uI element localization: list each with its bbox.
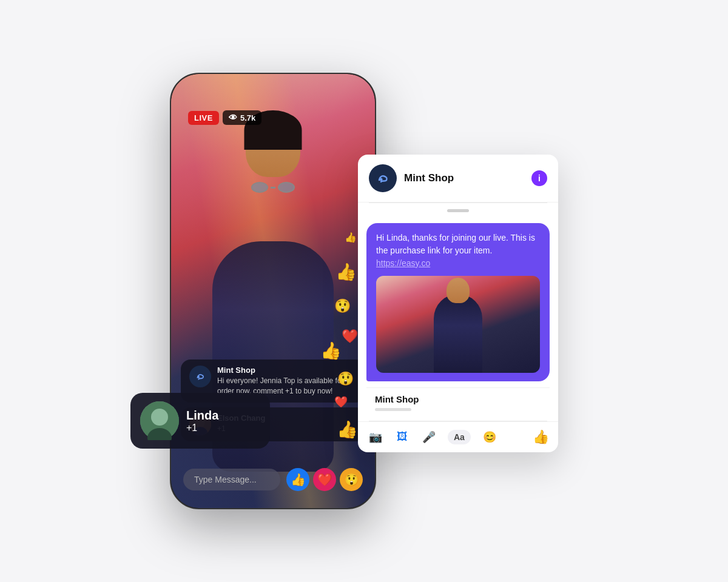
scroll-handle (447, 209, 469, 212)
messenger-panel: Mint Shop i Hi Linda, thanks for joining… (358, 155, 558, 452)
live-label: LIVE (188, 111, 219, 125)
product-label-area: Mint Shop (366, 387, 550, 413)
camera-icon[interactable]: 📷 (368, 429, 383, 445)
linda-name: Linda (186, 409, 218, 423)
message-body: Hi Linda, thanks for joining our live. T… (376, 233, 535, 255)
right-lens (278, 182, 295, 193)
emoji-icon[interactable]: 😊 (482, 429, 497, 445)
message-link[interactable]: https://easy.co (376, 258, 430, 268)
float-like-1: 👍 (335, 262, 357, 282)
bridge (271, 187, 275, 189)
product-label-name: Mint Shop (375, 394, 541, 404)
product-card-image (376, 276, 540, 373)
mint-shop-chat-text: Mint Shop Hi everyone! Jennia Top is ava… (217, 366, 357, 396)
float-like-4: 👍 (345, 232, 357, 243)
eye-icon: 👁 (229, 113, 237, 122)
messenger-header: Mint Shop i (358, 155, 558, 202)
mint-shop-avatar (189, 366, 211, 387)
thumbs-up-icon[interactable]: 👍 (533, 429, 548, 445)
float-like-3: 👍 (337, 420, 358, 440)
left-lens (251, 182, 268, 193)
svg-point-9 (380, 178, 383, 181)
float-like-2: 👍 (320, 341, 342, 361)
phone-heart-btn[interactable]: ❤️ (313, 468, 336, 491)
phone-type-message[interactable]: Type Message... (183, 469, 280, 490)
messenger-title: Mint Shop (404, 172, 524, 184)
messenger-toolbar: 📷 🖼 🎤 Aa 😊 👍 (358, 421, 558, 452)
linda-card: Linda +1 (130, 393, 270, 449)
product-label-bar (375, 408, 411, 411)
svg-point-0 (195, 371, 206, 382)
viewers-count: 5.7k (240, 113, 255, 122)
messenger-divider-top (369, 202, 547, 203)
phone-input-bar: Type Message... 👍 ❤️ 😲 (183, 468, 363, 491)
mic-icon[interactable]: 🎤 (421, 429, 437, 445)
linda-reaction: +1 (186, 423, 218, 433)
svg-point-8 (375, 170, 391, 186)
linda-avatar (140, 401, 179, 440)
text-input-btn[interactable]: Aa (448, 430, 471, 444)
svg-point-1 (197, 376, 200, 378)
float-heart-1: ❤️ (342, 329, 358, 344)
phone-wow-btn[interactable]: 😲 (340, 468, 363, 491)
viewers-badge: 👁 5.7k (223, 110, 261, 125)
messenger-info-button[interactable]: i (531, 170, 547, 186)
product-person-head (447, 278, 470, 303)
messenger-avatar (369, 164, 397, 192)
phone-reaction-buttons: 👍 ❤️ 😲 (286, 468, 363, 491)
linda-info: Linda +1 (186, 409, 218, 433)
float-wow-2: 😲 (337, 371, 354, 387)
product-person-body (434, 294, 482, 373)
float-wow-1: 😲 (334, 298, 351, 314)
float-heart-2: ❤️ (334, 395, 348, 409)
live-badge-area: LIVE 👁 5.7k (188, 110, 261, 125)
sunglasses (251, 182, 295, 193)
mint-shop-message-bubble: Hi Linda, thanks for joining our live. T… (366, 223, 550, 381)
svg-point-6 (151, 409, 168, 426)
phone-like-btn[interactable]: 👍 (286, 468, 309, 491)
mint-shop-name: Mint Shop (217, 366, 357, 375)
messenger-messages: Hi Linda, thanks for joining our live. T… (358, 218, 558, 421)
message-text: Hi Linda, thanks for joining our live. T… (376, 232, 540, 270)
gallery-icon[interactable]: 🖼 (394, 429, 410, 445)
